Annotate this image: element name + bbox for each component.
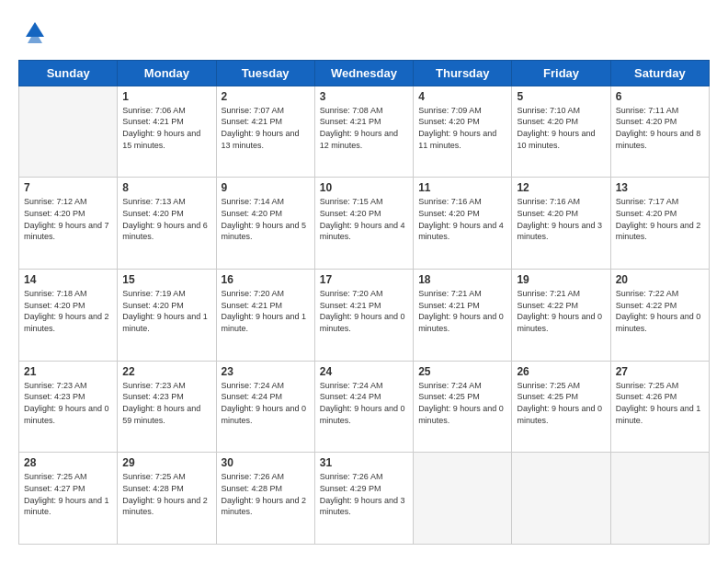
day-number: 17 bbox=[320, 273, 408, 286]
day-number: 31 bbox=[320, 456, 408, 469]
day-cell: 20Sunrise: 7:22 AMSunset: 4:22 PMDayligh… bbox=[610, 270, 709, 362]
day-number: 21 bbox=[24, 365, 112, 378]
day-number: 11 bbox=[418, 181, 506, 194]
day-info: Sunrise: 7:17 AMSunset: 4:20 PMDaylight:… bbox=[616, 196, 704, 242]
day-info: Sunrise: 7:16 AMSunset: 4:20 PMDaylight:… bbox=[418, 196, 506, 242]
day-cell: 25Sunrise: 7:24 AMSunset: 4:25 PMDayligh… bbox=[414, 361, 512, 453]
day-info: Sunrise: 7:13 AMSunset: 4:20 PMDaylight:… bbox=[122, 196, 210, 242]
day-cell: 29Sunrise: 7:25 AMSunset: 4:28 PMDayligh… bbox=[118, 453, 216, 545]
day-cell: 15Sunrise: 7:19 AMSunset: 4:20 PMDayligh… bbox=[118, 270, 216, 362]
day-cell: 19Sunrise: 7:21 AMSunset: 4:22 PMDayligh… bbox=[512, 270, 610, 362]
day-cell bbox=[610, 453, 709, 545]
day-cell: 2Sunrise: 7:07 AMSunset: 4:21 PMDaylight… bbox=[216, 86, 314, 178]
day-info: Sunrise: 7:08 AMSunset: 4:21 PMDaylight:… bbox=[320, 105, 408, 151]
day-info: Sunrise: 7:06 AMSunset: 4:21 PMDaylight:… bbox=[122, 105, 210, 151]
day-cell: 4Sunrise: 7:09 AMSunset: 4:20 PMDaylight… bbox=[414, 86, 512, 178]
day-info: Sunrise: 7:11 AMSunset: 4:20 PMDaylight:… bbox=[616, 105, 704, 151]
day-number: 22 bbox=[122, 365, 210, 378]
day-cell: 14Sunrise: 7:18 AMSunset: 4:20 PMDayligh… bbox=[19, 270, 118, 362]
day-number: 7 bbox=[24, 181, 112, 194]
day-cell: 8Sunrise: 7:13 AMSunset: 4:20 PMDaylight… bbox=[118, 178, 216, 270]
calendar-table: SundayMondayTuesdayWednesdayThursdayFrid… bbox=[18, 60, 710, 545]
day-cell bbox=[512, 453, 610, 545]
day-cell: 30Sunrise: 7:26 AMSunset: 4:28 PMDayligh… bbox=[216, 453, 314, 545]
day-info: Sunrise: 7:25 AMSunset: 4:26 PMDaylight:… bbox=[616, 380, 704, 426]
day-info: Sunrise: 7:10 AMSunset: 4:20 PMDaylight:… bbox=[517, 105, 605, 151]
day-cell: 1Sunrise: 7:06 AMSunset: 4:21 PMDaylight… bbox=[118, 86, 216, 178]
day-info: Sunrise: 7:20 AMSunset: 4:21 PMDaylight:… bbox=[222, 288, 310, 334]
day-cell: 23Sunrise: 7:24 AMSunset: 4:24 PMDayligh… bbox=[216, 361, 314, 453]
day-cell: 18Sunrise: 7:21 AMSunset: 4:21 PMDayligh… bbox=[414, 270, 512, 362]
day-cell: 17Sunrise: 7:20 AMSunset: 4:21 PMDayligh… bbox=[314, 270, 413, 362]
logo-icon bbox=[22, 18, 48, 44]
day-cell bbox=[414, 453, 512, 545]
week-row-4: 28Sunrise: 7:25 AMSunset: 4:27 PMDayligh… bbox=[19, 453, 710, 545]
day-info: Sunrise: 7:21 AMSunset: 4:22 PMDaylight:… bbox=[517, 288, 605, 334]
day-number: 3 bbox=[320, 90, 408, 103]
day-header-saturday: Saturday bbox=[610, 60, 709, 86]
day-info: Sunrise: 7:19 AMSunset: 4:20 PMDaylight:… bbox=[122, 288, 210, 334]
day-cell: 3Sunrise: 7:08 AMSunset: 4:21 PMDaylight… bbox=[314, 86, 413, 178]
day-number: 15 bbox=[122, 273, 210, 286]
day-cell: 13Sunrise: 7:17 AMSunset: 4:20 PMDayligh… bbox=[610, 178, 709, 270]
day-number: 25 bbox=[418, 365, 506, 378]
day-number: 18 bbox=[418, 273, 506, 286]
day-info: Sunrise: 7:09 AMSunset: 4:20 PMDaylight:… bbox=[418, 105, 506, 151]
day-number: 20 bbox=[616, 273, 704, 286]
day-number: 12 bbox=[517, 181, 605, 194]
day-number: 19 bbox=[517, 273, 605, 286]
day-cell: 28Sunrise: 7:25 AMSunset: 4:27 PMDayligh… bbox=[19, 453, 118, 545]
day-number: 28 bbox=[24, 456, 112, 469]
day-info: Sunrise: 7:23 AMSunset: 4:23 PMDaylight:… bbox=[122, 380, 210, 426]
day-cell: 9Sunrise: 7:14 AMSunset: 4:20 PMDaylight… bbox=[216, 178, 314, 270]
day-cell: 21Sunrise: 7:23 AMSunset: 4:23 PMDayligh… bbox=[19, 361, 118, 453]
day-number: 1 bbox=[122, 90, 210, 103]
week-row-1: 7Sunrise: 7:12 AMSunset: 4:20 PMDaylight… bbox=[19, 178, 710, 270]
day-header-tuesday: Tuesday bbox=[216, 60, 314, 86]
day-header-monday: Monday bbox=[118, 60, 216, 86]
day-header-friday: Friday bbox=[512, 60, 610, 86]
day-info: Sunrise: 7:15 AMSunset: 4:20 PMDaylight:… bbox=[320, 196, 408, 242]
day-info: Sunrise: 7:24 AMSunset: 4:24 PMDaylight:… bbox=[320, 380, 408, 426]
svg-marker-0 bbox=[26, 22, 44, 37]
logo bbox=[18, 18, 48, 49]
day-info: Sunrise: 7:14 AMSunset: 4:20 PMDaylight:… bbox=[222, 196, 310, 242]
calendar-header: SundayMondayTuesdayWednesdayThursdayFrid… bbox=[19, 60, 710, 86]
day-cell: 11Sunrise: 7:16 AMSunset: 4:20 PMDayligh… bbox=[414, 178, 512, 270]
day-cell: 6Sunrise: 7:11 AMSunset: 4:20 PMDaylight… bbox=[610, 86, 709, 178]
week-row-0: 1Sunrise: 7:06 AMSunset: 4:21 PMDaylight… bbox=[19, 86, 710, 178]
header bbox=[18, 18, 710, 49]
day-number: 29 bbox=[122, 456, 210, 469]
day-info: Sunrise: 7:21 AMSunset: 4:21 PMDaylight:… bbox=[418, 288, 506, 334]
day-info: Sunrise: 7:24 AMSunset: 4:25 PMDaylight:… bbox=[418, 380, 506, 426]
week-row-2: 14Sunrise: 7:18 AMSunset: 4:20 PMDayligh… bbox=[19, 270, 710, 362]
day-info: Sunrise: 7:26 AMSunset: 4:29 PMDaylight:… bbox=[320, 471, 408, 517]
day-info: Sunrise: 7:25 AMSunset: 4:27 PMDaylight:… bbox=[24, 471, 112, 517]
day-number: 6 bbox=[616, 90, 704, 103]
day-info: Sunrise: 7:12 AMSunset: 4:20 PMDaylight:… bbox=[24, 196, 112, 242]
day-info: Sunrise: 7:25 AMSunset: 4:25 PMDaylight:… bbox=[517, 380, 605, 426]
day-cell: 5Sunrise: 7:10 AMSunset: 4:20 PMDaylight… bbox=[512, 86, 610, 178]
day-number: 27 bbox=[616, 365, 704, 378]
day-cell: 27Sunrise: 7:25 AMSunset: 4:26 PMDayligh… bbox=[610, 361, 709, 453]
day-number: 26 bbox=[517, 365, 605, 378]
day-info: Sunrise: 7:23 AMSunset: 4:23 PMDaylight:… bbox=[24, 380, 112, 426]
day-number: 4 bbox=[418, 90, 506, 103]
day-info: Sunrise: 7:16 AMSunset: 4:20 PMDaylight:… bbox=[517, 196, 605, 242]
day-cell bbox=[19, 86, 118, 178]
day-cell: 10Sunrise: 7:15 AMSunset: 4:20 PMDayligh… bbox=[314, 178, 413, 270]
day-number: 9 bbox=[222, 181, 310, 194]
day-number: 5 bbox=[517, 90, 605, 103]
day-info: Sunrise: 7:22 AMSunset: 4:22 PMDaylight:… bbox=[616, 288, 704, 334]
day-number: 30 bbox=[222, 456, 310, 469]
day-cell: 26Sunrise: 7:25 AMSunset: 4:25 PMDayligh… bbox=[512, 361, 610, 453]
header-row: SundayMondayTuesdayWednesdayThursdayFrid… bbox=[19, 60, 710, 86]
day-cell: 24Sunrise: 7:24 AMSunset: 4:24 PMDayligh… bbox=[314, 361, 413, 453]
day-info: Sunrise: 7:26 AMSunset: 4:28 PMDaylight:… bbox=[222, 471, 310, 517]
day-number: 16 bbox=[222, 273, 310, 286]
day-number: 13 bbox=[616, 181, 704, 194]
day-header-wednesday: Wednesday bbox=[314, 60, 413, 86]
day-info: Sunrise: 7:07 AMSunset: 4:21 PMDaylight:… bbox=[222, 105, 310, 151]
day-number: 2 bbox=[222, 90, 310, 103]
day-info: Sunrise: 7:25 AMSunset: 4:28 PMDaylight:… bbox=[122, 471, 210, 517]
